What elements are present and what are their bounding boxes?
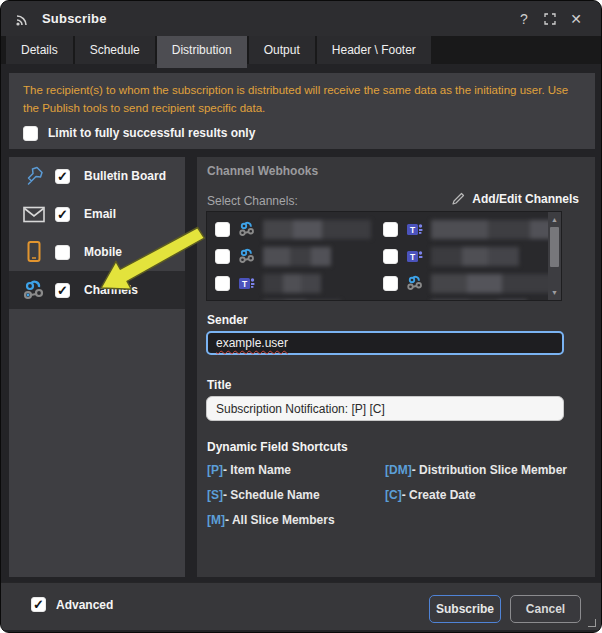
tab-header-footer[interactable]: Header \ Footer [317,36,431,64]
pencil-icon [451,191,466,206]
channel-row[interactable]: T [215,270,321,296]
teams-icon: T [405,220,424,239]
shortcut-item-m: [M]- All Slice Members [207,513,335,527]
select-channels-label: Select Channels: [207,194,298,208]
sidebar-item-label: Channels [84,283,138,297]
title-bar: Subscribe ? ✕ [1,1,601,36]
add-edit-channels-link[interactable]: Add/Edit Channels [451,191,579,206]
notice-text: The recipient(s) to whom the subscriptio… [23,82,581,118]
teams-icon: T [405,247,424,266]
sender-input[interactable]: example.user [206,331,564,355]
svg-text:T: T [409,225,415,235]
channel-webhooks-panel: Channel Webhooks Select Channels: Add/Ed… [197,157,595,577]
tab-schedule[interactable]: Schedule [75,36,155,64]
redacted-channel-name [263,247,331,266]
redacted-channel-name [431,300,527,302]
webhook-icon [237,247,256,266]
shortcut-item-p: [P]- Item Name [207,463,291,477]
sidebar-item-bulletin-board[interactable]: Bulletin Board [9,157,185,195]
redacted-channel-name [431,220,562,239]
shortcuts-header: Dynamic Field Shortcuts [207,440,348,454]
channel-row[interactable] [215,216,371,242]
resize-grip[interactable] [588,619,596,627]
subscribe-button[interactable]: Subscribe [429,595,501,623]
webhook-icon [405,274,424,293]
subscribe-dialog: Subscribe ? ✕ Details Schedule Distribut… [0,0,602,633]
redacted-channel-name [263,220,371,239]
mobile-checkbox[interactable] [55,245,70,260]
dialog-footer: Advanced Subscribe Cancel [1,582,601,630]
shortcut-item-s: [S]- Schedule Name [207,488,320,502]
tab-output[interactable]: Output [249,36,315,64]
channel-row[interactable] [383,296,527,301]
teams-icon: T [237,300,256,302]
redacted-channel-name [431,247,519,266]
svg-text:T: T [241,279,247,289]
maximize-button[interactable] [537,7,563,31]
shortcut-item-c: [C]- Create Date [385,488,476,502]
title-value: Subscription Notification: [P] [C] [216,402,385,416]
mail-icon [21,202,47,226]
tab-bar: Details Schedule Distribution Output Hea… [1,36,601,64]
sidebar-item-label: Bulletin Board [84,169,166,183]
help-button[interactable]: ? [511,7,537,31]
channel-row[interactable]: T [383,216,562,242]
channel-checkbox[interactable] [383,276,398,291]
sidebar-item-email[interactable]: Email [9,195,185,233]
pin-icon [21,164,47,188]
rss-subscribe-icon [13,9,33,29]
channel-list-scrollbar[interactable]: ▲ ▼ [548,212,561,300]
dialog-body: The recipient(s) to whom the subscriptio… [1,64,601,632]
channels-checkbox[interactable] [55,283,70,298]
channel-row[interactable] [215,243,331,269]
webhook-icon [405,300,424,302]
channel-type-sidebar: Bulletin Board Email [9,157,185,577]
bulletin-board-checkbox[interactable] [55,169,70,184]
panel-title: Channel Webhooks [207,164,318,178]
webhook-icon [237,220,256,239]
close-button[interactable]: ✕ [563,7,589,31]
channel-row[interactable]: T [383,243,519,269]
redacted-channel-name [431,274,561,293]
title-input[interactable]: Subscription Notification: [P] [C] [206,396,564,421]
scroll-up-icon[interactable]: ▲ [548,213,561,226]
tab-details[interactable]: Details [6,36,73,64]
sidebar-item-channels[interactable]: Channels [9,271,185,309]
scrollbar-thumb[interactable] [550,227,559,267]
mobile-icon [21,240,47,264]
tab-distribution[interactable]: Distribution [157,36,247,68]
advanced-checkbox[interactable] [31,597,46,612]
channel-checkbox[interactable] [383,222,398,237]
sender-label: Sender [207,313,248,327]
advanced-label: Advanced [56,598,113,612]
limit-results-checkbox[interactable] [23,126,38,141]
scroll-down-icon[interactable]: ▼ [548,286,561,299]
svg-text:T: T [409,252,415,262]
channel-checkbox[interactable] [215,222,230,237]
email-checkbox[interactable] [55,207,70,222]
teams-icon: T [237,274,256,293]
webhook-icon [21,278,47,302]
redacted-channel-name [263,300,341,302]
sender-value: example.user [216,336,288,350]
channel-row[interactable]: T [215,296,341,301]
window-title: Subscribe [42,11,107,26]
shortcut-item-dm: [DM]- Distribution Slice Member [385,463,567,477]
channel-list: T T T [206,211,562,301]
cancel-button[interactable]: Cancel [510,595,581,623]
channel-checkbox[interactable] [215,249,230,264]
channel-row[interactable] [383,270,561,296]
sidebar-item-label: Mobile [84,245,122,259]
title-label: Title [207,378,231,392]
sidebar-item-mobile[interactable]: Mobile [9,233,185,271]
add-edit-channels-label: Add/Edit Channels [472,192,579,206]
notice-panel: The recipient(s) to whom the subscriptio… [9,73,595,149]
channel-checkbox[interactable] [215,276,230,291]
limit-results-label: Limit to fully successful results only [48,126,255,140]
redacted-channel-name [263,274,321,293]
sidebar-item-label: Email [84,207,116,221]
channel-checkbox[interactable] [383,249,398,264]
